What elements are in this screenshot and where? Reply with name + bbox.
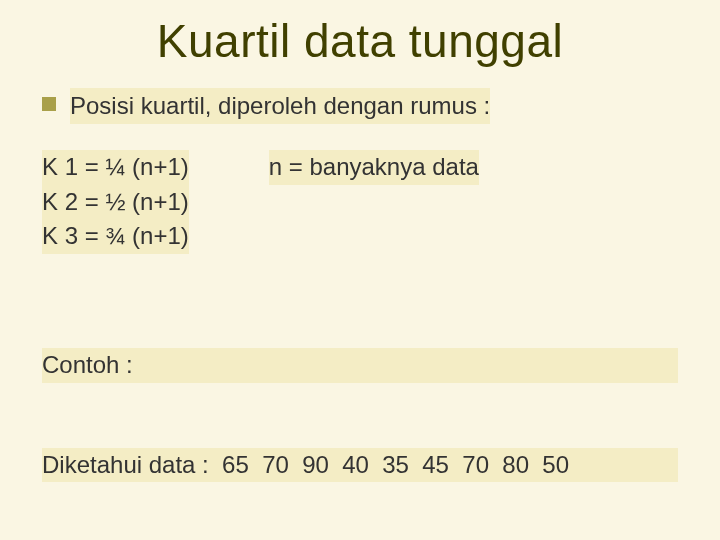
formula-k2: K 2 = ½ (n+1) bbox=[42, 185, 189, 219]
example-data: Diketahui data : 65 70 90 40 35 45 70 80… bbox=[42, 448, 678, 482]
formula-k3: K 3 = ¾ (n+1) bbox=[42, 219, 189, 253]
formula-column-right: n = banyaknya data bbox=[269, 150, 479, 253]
example-block: Contoh : Diketahui data : 65 70 90 40 35… bbox=[42, 284, 678, 540]
example-label: Contoh : bbox=[42, 348, 678, 382]
formula-block: K 1 = ¼ (n+1) K 2 = ½ (n+1) K 3 = ¾ (n+1… bbox=[42, 150, 678, 253]
formula-k1: K 1 = ¼ (n+1) bbox=[42, 150, 189, 184]
slide-body: Posisi kuartil, diperoleh dengan rumus :… bbox=[0, 68, 720, 540]
formula-note: n = banyaknya data bbox=[269, 150, 479, 184]
slide: Kuartil data tunggal Posisi kuartil, dip… bbox=[0, 0, 720, 540]
bullet-text: Posisi kuartil, diperoleh dengan rumus : bbox=[70, 88, 490, 124]
slide-title: Kuartil data tunggal bbox=[0, 0, 720, 68]
bullet-icon bbox=[42, 97, 56, 111]
bullet-item: Posisi kuartil, diperoleh dengan rumus : bbox=[42, 88, 678, 124]
formula-column-left: K 1 = ¼ (n+1) K 2 = ½ (n+1) K 3 = ¾ (n+1… bbox=[42, 150, 189, 253]
